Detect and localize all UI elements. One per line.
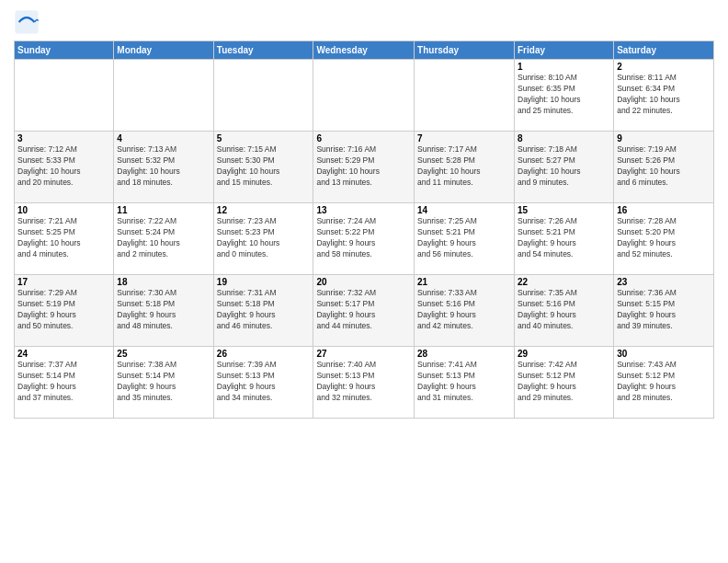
day-info: Sunrise: 7:16 AM Sunset: 5:29 PM Dayligh… bbox=[316, 144, 411, 189]
day-cell: 4Sunrise: 7:13 AM Sunset: 5:32 PM Daylig… bbox=[114, 132, 213, 203]
day-info: Sunrise: 7:35 AM Sunset: 5:16 PM Dayligh… bbox=[518, 288, 610, 332]
day-cell: 26Sunrise: 7:39 AM Sunset: 5:13 PM Dayli… bbox=[213, 347, 313, 419]
logo-icon bbox=[14, 9, 40, 35]
day-number: 16 bbox=[617, 205, 711, 215]
day-info: Sunrise: 7:31 AM Sunset: 5:18 PM Dayligh… bbox=[217, 288, 311, 332]
day-cell: 22Sunrise: 7:35 AM Sunset: 5:16 PM Dayli… bbox=[515, 275, 614, 347]
page: SundayMondayTuesdayWednesdayThursdayFrid… bbox=[0, 0, 728, 563]
weekday-header-sunday: Sunday bbox=[15, 41, 114, 60]
day-cell: 29Sunrise: 7:42 AM Sunset: 5:12 PM Dayli… bbox=[515, 347, 614, 419]
day-cell: 30Sunrise: 7:43 AM Sunset: 5:12 PM Dayli… bbox=[614, 347, 714, 419]
day-info: Sunrise: 7:40 AM Sunset: 5:13 PM Dayligh… bbox=[316, 360, 411, 404]
day-cell: 18Sunrise: 7:30 AM Sunset: 5:18 PM Dayli… bbox=[114, 275, 213, 347]
day-number: 3 bbox=[17, 133, 110, 144]
day-cell: 25Sunrise: 7:38 AM Sunset: 5:14 PM Dayli… bbox=[114, 347, 213, 419]
day-cell: 27Sunrise: 7:40 AM Sunset: 5:13 PM Dayli… bbox=[313, 347, 415, 419]
weekday-header-thursday: Thursday bbox=[415, 41, 515, 60]
week-row-3: 10Sunrise: 7:21 AM Sunset: 5:25 PM Dayli… bbox=[15, 203, 714, 275]
day-number: 23 bbox=[617, 277, 711, 287]
day-info: Sunrise: 7:38 AM Sunset: 5:14 PM Dayligh… bbox=[117, 360, 210, 404]
day-info: Sunrise: 7:22 AM Sunset: 5:24 PM Dayligh… bbox=[117, 216, 210, 260]
day-number: 30 bbox=[617, 349, 711, 359]
day-info: Sunrise: 7:17 AM Sunset: 5:28 PM Dayligh… bbox=[417, 144, 511, 189]
day-number: 21 bbox=[417, 277, 511, 287]
day-cell: 21Sunrise: 7:33 AM Sunset: 5:16 PM Dayli… bbox=[415, 275, 515, 347]
day-cell: 16Sunrise: 7:28 AM Sunset: 5:20 PM Dayli… bbox=[614, 203, 714, 275]
day-number: 8 bbox=[518, 133, 610, 144]
day-cell: 13Sunrise: 7:24 AM Sunset: 5:22 PM Dayli… bbox=[313, 203, 415, 275]
day-cell: 20Sunrise: 7:32 AM Sunset: 5:17 PM Dayli… bbox=[313, 275, 415, 347]
day-number: 25 bbox=[117, 349, 210, 359]
day-cell: 1Sunrise: 8:10 AM Sunset: 6:35 PM Daylig… bbox=[515, 60, 614, 132]
day-info: Sunrise: 7:29 AM Sunset: 5:19 PM Dayligh… bbox=[17, 288, 110, 332]
day-cell: 17Sunrise: 7:29 AM Sunset: 5:19 PM Dayli… bbox=[15, 275, 114, 347]
day-info: Sunrise: 7:24 AM Sunset: 5:22 PM Dayligh… bbox=[316, 216, 411, 260]
day-info: Sunrise: 7:30 AM Sunset: 5:18 PM Dayligh… bbox=[117, 288, 210, 332]
day-number: 13 bbox=[316, 205, 411, 215]
day-info: Sunrise: 7:21 AM Sunset: 5:25 PM Dayligh… bbox=[17, 216, 110, 260]
weekday-header-saturday: Saturday bbox=[614, 41, 714, 60]
day-number: 7 bbox=[417, 133, 511, 144]
day-info: Sunrise: 7:25 AM Sunset: 5:21 PM Dayligh… bbox=[417, 216, 511, 260]
day-number: 26 bbox=[217, 349, 311, 359]
day-cell: 11Sunrise: 7:22 AM Sunset: 5:24 PM Dayli… bbox=[114, 203, 213, 275]
day-info: Sunrise: 7:12 AM Sunset: 5:33 PM Dayligh… bbox=[17, 144, 110, 189]
day-cell: 8Sunrise: 7:18 AM Sunset: 5:27 PM Daylig… bbox=[515, 132, 614, 203]
day-cell: 3Sunrise: 7:12 AM Sunset: 5:33 PM Daylig… bbox=[15, 132, 114, 203]
week-row-5: 24Sunrise: 7:37 AM Sunset: 5:14 PM Dayli… bbox=[15, 347, 714, 419]
day-cell: 14Sunrise: 7:25 AM Sunset: 5:21 PM Dayli… bbox=[415, 203, 515, 275]
logo bbox=[14, 9, 43, 35]
day-cell: 15Sunrise: 7:26 AM Sunset: 5:21 PM Dayli… bbox=[515, 203, 614, 275]
day-info: Sunrise: 8:11 AM Sunset: 6:34 PM Dayligh… bbox=[617, 73, 711, 117]
day-cell bbox=[114, 60, 213, 132]
day-info: Sunrise: 7:42 AM Sunset: 5:12 PM Dayligh… bbox=[518, 360, 610, 404]
day-number: 17 bbox=[17, 277, 110, 287]
day-number: 4 bbox=[117, 133, 210, 144]
week-row-1: 1Sunrise: 8:10 AM Sunset: 6:35 PM Daylig… bbox=[15, 60, 714, 132]
day-number: 22 bbox=[518, 277, 610, 287]
day-info: Sunrise: 7:37 AM Sunset: 5:14 PM Dayligh… bbox=[17, 360, 110, 404]
weekday-header-friday: Friday bbox=[515, 41, 614, 60]
day-info: Sunrise: 7:19 AM Sunset: 5:26 PM Dayligh… bbox=[617, 144, 711, 189]
day-info: Sunrise: 7:43 AM Sunset: 5:12 PM Dayligh… bbox=[617, 360, 711, 404]
day-number: 15 bbox=[518, 205, 610, 215]
day-number: 18 bbox=[117, 277, 210, 287]
calendar-table: SundayMondayTuesdayWednesdayThursdayFrid… bbox=[14, 40, 714, 419]
day-info: Sunrise: 7:33 AM Sunset: 5:16 PM Dayligh… bbox=[417, 288, 511, 332]
day-info: Sunrise: 7:13 AM Sunset: 5:32 PM Dayligh… bbox=[117, 144, 210, 189]
day-number: 24 bbox=[17, 349, 110, 359]
day-number: 11 bbox=[117, 205, 210, 215]
day-info: Sunrise: 7:41 AM Sunset: 5:13 PM Dayligh… bbox=[417, 360, 511, 404]
weekday-header-monday: Monday bbox=[114, 41, 213, 60]
day-cell: 10Sunrise: 7:21 AM Sunset: 5:25 PM Dayli… bbox=[15, 203, 114, 275]
day-info: Sunrise: 8:10 AM Sunset: 6:35 PM Dayligh… bbox=[518, 73, 610, 117]
day-info: Sunrise: 7:32 AM Sunset: 5:17 PM Dayligh… bbox=[316, 288, 411, 332]
header bbox=[14, 9, 714, 35]
day-number: 19 bbox=[217, 277, 311, 287]
day-cell: 5Sunrise: 7:15 AM Sunset: 5:30 PM Daylig… bbox=[213, 132, 313, 203]
weekday-header-wednesday: Wednesday bbox=[313, 41, 415, 60]
day-number: 1 bbox=[518, 62, 610, 72]
day-number: 6 bbox=[316, 133, 411, 144]
day-number: 28 bbox=[417, 349, 511, 359]
day-cell: 28Sunrise: 7:41 AM Sunset: 5:13 PM Dayli… bbox=[415, 347, 515, 419]
weekday-header-tuesday: Tuesday bbox=[213, 41, 313, 60]
day-cell: 23Sunrise: 7:36 AM Sunset: 5:15 PM Dayli… bbox=[614, 275, 714, 347]
day-info: Sunrise: 7:28 AM Sunset: 5:20 PM Dayligh… bbox=[617, 216, 711, 260]
day-cell: 19Sunrise: 7:31 AM Sunset: 5:18 PM Dayli… bbox=[213, 275, 313, 347]
weekday-header-row: SundayMondayTuesdayWednesdayThursdayFrid… bbox=[15, 41, 714, 60]
day-cell bbox=[15, 60, 114, 132]
day-info: Sunrise: 7:26 AM Sunset: 5:21 PM Dayligh… bbox=[518, 216, 610, 260]
day-info: Sunrise: 7:18 AM Sunset: 5:27 PM Dayligh… bbox=[518, 144, 610, 189]
day-info: Sunrise: 7:39 AM Sunset: 5:13 PM Dayligh… bbox=[217, 360, 311, 404]
day-info: Sunrise: 7:36 AM Sunset: 5:15 PM Dayligh… bbox=[617, 288, 711, 332]
day-cell bbox=[415, 60, 515, 132]
day-cell: 6Sunrise: 7:16 AM Sunset: 5:29 PM Daylig… bbox=[313, 132, 415, 203]
day-number: 2 bbox=[617, 62, 711, 72]
day-number: 5 bbox=[217, 133, 311, 144]
day-cell bbox=[213, 60, 313, 132]
day-number: 12 bbox=[217, 205, 311, 215]
day-number: 29 bbox=[518, 349, 610, 359]
day-info: Sunrise: 7:15 AM Sunset: 5:30 PM Dayligh… bbox=[217, 144, 311, 189]
day-number: 20 bbox=[316, 277, 411, 287]
